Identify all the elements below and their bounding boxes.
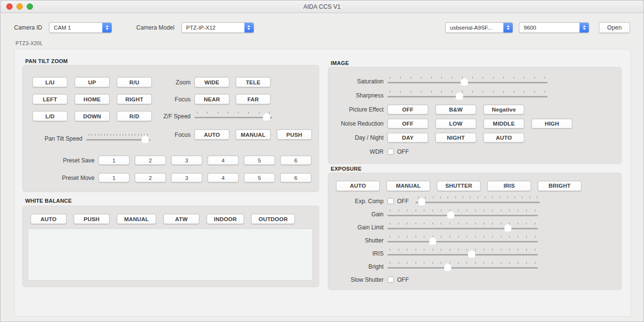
ptz-right-button[interactable]: RIGHT (117, 94, 152, 104)
exposure-mode-iris-button[interactable]: IRIS (487, 181, 531, 191)
zf-speed-slider-ticks (197, 112, 270, 113)
preset-move-5-button[interactable]: 5 (244, 173, 275, 182)
iris-slider-track (387, 254, 538, 256)
white-balance-push-button[interactable]: PUSH (74, 214, 110, 224)
pan-tilt-speed-slider-thumb[interactable] (142, 135, 149, 143)
day-night-label: Day / Night (328, 134, 384, 141)
exposure-mode-manual-button[interactable]: MANUAL (386, 181, 430, 191)
shutter-slider[interactable] (387, 235, 538, 245)
direction-pad: L/UUPR/ULEFTHOMERIGHTL/DDOWNR/D (32, 77, 152, 121)
serial-port-value: usbserial-A9SF... (446, 23, 503, 32)
noise-reduction-off-button[interactable]: OFF (387, 119, 428, 129)
picture-effect-b-w-button[interactable]: B&W (435, 105, 476, 114)
zf-speed-slider[interactable] (194, 111, 272, 121)
ptz-l-u-button[interactable]: L/U (32, 77, 67, 87)
open-button[interactable]: Open (599, 22, 630, 33)
wdr-checkbox[interactable] (387, 148, 394, 155)
gain-label: Gain (328, 211, 384, 218)
pan-tilt-speed-slider[interactable] (86, 133, 150, 144)
noise-reduction-middle-button[interactable]: MIDDLE (483, 119, 524, 129)
white-balance-outdoor-button[interactable]: OUTDOOR (251, 214, 295, 224)
preset-move-1-button[interactable]: 1 (98, 173, 129, 182)
iris-slider-thumb[interactable] (468, 250, 475, 258)
zf-speed-slider-thumb[interactable] (263, 113, 270, 121)
pan-tilt-zoom-title: PAN TILT ZOOM (25, 58, 68, 64)
shutter-slider-thumb[interactable] (429, 237, 436, 245)
serial-port-select[interactable]: usbserial-A9SF... (445, 22, 513, 33)
sharpness-slider[interactable] (387, 90, 547, 100)
saturation-slider-thumb[interactable] (461, 78, 468, 86)
gain-slider-thumb[interactable] (447, 211, 454, 219)
exp-comp-checkbox[interactable] (387, 198, 394, 204)
preset-move-6-button[interactable]: 6 (280, 173, 311, 182)
bright-slider-thumb[interactable] (444, 263, 451, 271)
preset-move-4-button[interactable]: 4 (208, 173, 239, 182)
preset-save-6-button[interactable]: 6 (280, 156, 311, 165)
noise-reduction-high-button[interactable]: HIGH (531, 119, 572, 129)
ptz-r-d-button[interactable]: R/D (117, 111, 152, 121)
gain-limit-slider-thumb[interactable] (504, 224, 512, 232)
ptz-down-button[interactable]: DOWN (75, 111, 110, 121)
ptz-home-button[interactable]: HOME (75, 94, 110, 104)
camera-model-select[interactable]: PTZ-IP-X12 (181, 22, 254, 33)
title-bar: AIDA CCS V1 (0, 0, 644, 13)
exp-comp-slider-thumb[interactable] (418, 198, 425, 206)
preset-save-2-button[interactable]: 2 (135, 156, 166, 165)
focus-near-button[interactable]: NEAR (194, 94, 229, 104)
image-title: IMAGE (331, 60, 349, 66)
picture-effect-off-button[interactable]: OFF (387, 105, 428, 114)
slow-shutter-checkbox[interactable] (387, 276, 394, 283)
ptz-l-d-button[interactable]: L/D (32, 111, 67, 121)
focus-mode-push-button[interactable]: PUSH (277, 129, 312, 140)
exposure-mode-bright-button[interactable]: BRIGHT (538, 181, 581, 191)
sharpness-slider-track (387, 96, 547, 97)
noise-reduction-low-button[interactable]: LOW (435, 119, 476, 129)
white-balance-atw-button[interactable]: ATW (163, 214, 199, 224)
white-balance-manual-button[interactable]: MANUAL (117, 214, 156, 224)
preset-save-1-button[interactable]: 1 (98, 156, 129, 165)
exp-comp-slider-track (416, 202, 540, 203)
preset-move-3-button[interactable]: 3 (171, 173, 202, 182)
exposure-mode-shutter-button[interactable]: SHUTTER (437, 181, 481, 191)
gain-slider-ticks (390, 209, 535, 211)
white-balance-panel: AUTOPUSHMANUALATWINDOOROUTDOOR (22, 206, 319, 287)
preset-save-4-button[interactable]: 4 (208, 156, 239, 165)
focus-mode-manual-button[interactable]: MANUAL (236, 129, 271, 140)
gain-slider[interactable] (387, 209, 538, 219)
bright-slider-ticks (390, 262, 535, 264)
gain-limit-label: Gain Limit (328, 224, 384, 231)
zoom-wide-button[interactable]: WIDE (194, 77, 229, 87)
pan-tilt-speed-row: Pan Tilt Speed (30, 133, 150, 144)
exposure-mode-auto-button[interactable]: AUTO (336, 181, 380, 191)
baud-rate-select[interactable]: 9600 (519, 22, 589, 33)
ptz-up-button[interactable]: UP (75, 77, 110, 87)
focus-far-button[interactable]: FAR (236, 94, 271, 104)
stepper-icon (244, 23, 254, 32)
bright-slider[interactable] (387, 261, 538, 272)
day-night-night-button[interactable]: NIGHT (435, 133, 476, 143)
focus-mode-label: Focus (152, 131, 191, 138)
focus-mode-auto-button[interactable]: AUTO (194, 129, 229, 140)
preset-save-3-button[interactable]: 3 (171, 156, 202, 165)
ptz-left-button[interactable]: LEFT (32, 94, 67, 104)
ptz-r-u-button[interactable]: R/U (117, 77, 152, 87)
image-panel: Saturation Sharpness Picture Effect OFFB… (328, 67, 622, 164)
sharpness-row: Sharpness (328, 88, 621, 102)
saturation-slider[interactable] (387, 76, 547, 86)
stepper-icon (503, 23, 513, 32)
zoom-tele-button[interactable]: TELE (236, 77, 271, 87)
gain-limit-slider[interactable] (387, 222, 538, 232)
day-night-auto-button[interactable]: AUTO (483, 133, 524, 143)
day-night-day-button[interactable]: DAY (387, 133, 428, 143)
white-balance-auto-button[interactable]: AUTO (31, 214, 66, 224)
picture-effect-negative-button[interactable]: Negative (483, 105, 524, 114)
white-balance-indoor-button[interactable]: INDOOR (207, 214, 244, 224)
camera-id-select[interactable]: CAM 1 (49, 22, 112, 33)
iris-slider[interactable] (387, 248, 538, 258)
preset-save-5-button[interactable]: 5 (244, 156, 275, 165)
gain-limit-slider-ticks (390, 223, 535, 225)
sharpness-slider-thumb[interactable] (456, 92, 463, 100)
preset-move-2-button[interactable]: 2 (135, 173, 166, 182)
exp-comp-slider[interactable] (416, 196, 540, 206)
camera-id-value: CAM 1 (49, 23, 102, 32)
